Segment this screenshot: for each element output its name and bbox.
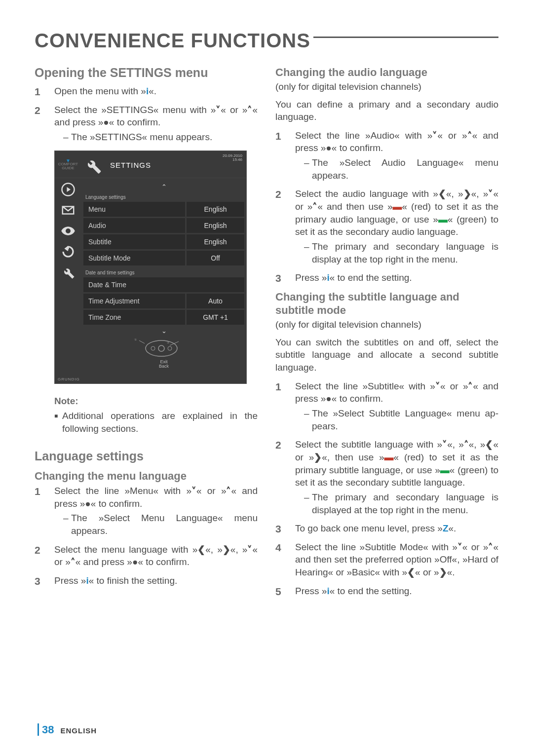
step-item: To go back one menu level, press »Z«. xyxy=(275,522,498,535)
bar-glyph: ▬ xyxy=(384,452,394,462)
step-item: Open the menu with »i«. xyxy=(35,85,258,98)
bar-glyph: ▬ xyxy=(393,201,402,212)
up-glyph: ˄ xyxy=(71,557,76,567)
section-language-settings: Language settings xyxy=(35,449,258,463)
only-for-audio: (only for digital television channels) xyxy=(275,81,498,92)
step-result: The »Select Menu Language« menu appears. xyxy=(63,512,258,537)
tv-setting-value: English xyxy=(185,218,244,233)
right-glyph: ❯ xyxy=(439,567,447,577)
step-item: Select the menu language with »❮«, »❯«, … xyxy=(35,543,258,568)
svg-point-3 xyxy=(158,345,164,351)
tv-setting-row: SubtitleEnglish xyxy=(83,234,244,249)
right-glyph: ❯ xyxy=(314,452,322,462)
audio-lead: You can define a primary and a secondary… xyxy=(275,98,498,123)
tv-setting-row: Time AdjustmentAuto xyxy=(83,294,244,308)
tv-title: SETTINGS xyxy=(110,161,151,169)
tv-setting-key: Date & Time xyxy=(83,277,244,292)
sub-changing-subtitle: Changing the subtitle language and subti… xyxy=(275,290,498,317)
steps-audio: Select the line »Audio« with »˅« or »˄« … xyxy=(275,129,498,284)
up-glyph: ˄ xyxy=(247,105,252,115)
tv-setting-value: GMT +1 xyxy=(185,310,244,325)
down-glyph: ˅ xyxy=(435,381,440,391)
dot-glyph: ● xyxy=(132,557,138,567)
step-result: The »Select Subtitle Language« menu ap­p… xyxy=(304,407,498,432)
tv-setting-value: English xyxy=(185,234,244,249)
wrench-small-icon xyxy=(61,265,76,280)
up-glyph: ˄ xyxy=(468,381,473,391)
svg-point-2 xyxy=(146,340,177,356)
steps-menu-language: Select the line »Menu« with »˅« or »˄« a… xyxy=(35,485,258,587)
step-result: The »SETTINGS« menu appears. xyxy=(63,131,258,144)
tv-setting-row: Time ZoneGMT +1 xyxy=(83,310,244,325)
tv-setting-value: Auto xyxy=(185,294,244,308)
play-circle-icon xyxy=(61,182,76,197)
tv-arrow-up: ⌃ xyxy=(83,182,244,191)
info-glyph: i xyxy=(327,586,329,596)
page-number: 38 xyxy=(38,723,54,736)
down-glyph: ˅ xyxy=(488,189,493,199)
down-glyph: ˅ xyxy=(191,486,196,496)
tv-setting-value: Off xyxy=(185,251,244,265)
tv-nav-hint: ① ② ExitBack xyxy=(83,336,244,376)
tv-group-datetime: Date and time settings xyxy=(83,267,244,277)
left-glyph: ❮ xyxy=(438,189,446,199)
tv-datetime: 20.09.201015:46 xyxy=(223,154,242,163)
step-result: The primary and secondary language is di… xyxy=(304,240,498,265)
step-item: Select the subtitle language with »˅«, »… xyxy=(275,438,498,516)
left-glyph: ❮ xyxy=(197,544,205,555)
note-body: Additional operations are explained in t… xyxy=(35,410,258,435)
tv-setting-key: Subtitle xyxy=(83,234,185,249)
page-footer: 38 ENGLISH xyxy=(38,723,97,736)
info-glyph: i xyxy=(146,86,149,96)
subtitle-lead: You can switch the subtitles on and off,… xyxy=(275,336,498,374)
step-item: Press »i« to end the setting. xyxy=(275,585,498,598)
eye-icon xyxy=(61,224,76,238)
svg-text:②: ② xyxy=(167,341,169,344)
mail-icon xyxy=(61,203,76,218)
bar-glyph: ▬ xyxy=(440,465,450,475)
step-item: Select the line »Subtitle Mode« with »˅«… xyxy=(275,541,498,579)
tv-setting-row: MenuEnglish xyxy=(83,202,244,217)
step-item: Press »i« to finish the setting. xyxy=(35,574,258,587)
step-item: Select the »SETTINGS« menu with »˅« or »… xyxy=(35,104,258,144)
step-item: Select the line »Menu« with »˅« or »˄« a… xyxy=(35,485,258,537)
step-item: Select the line »Subtitle« with »˅« or »… xyxy=(275,380,498,433)
down-glyph: ˅ xyxy=(442,439,447,450)
dot-glyph: ● xyxy=(85,498,90,509)
tv-arrow-down: ⌄ xyxy=(83,326,244,336)
up-glyph: ˄ xyxy=(312,201,317,212)
dot-glyph: ● xyxy=(103,117,109,127)
up-glyph: ˄ xyxy=(226,486,231,496)
left-glyph: ❮ xyxy=(407,567,415,577)
svg-point-1 xyxy=(67,229,70,232)
down-glyph: ˅ xyxy=(216,105,221,115)
step-item: Select the line »Audio« with »˅« or »˄« … xyxy=(275,129,498,182)
note-heading: Note: xyxy=(54,396,258,407)
bar-glyph: ▬ xyxy=(438,214,448,225)
page-lang: ENGLISH xyxy=(61,726,97,735)
dot-glyph: ● xyxy=(326,393,331,404)
tv-setting-value: English xyxy=(185,202,244,217)
tv-screenshot: ▼ COMFORTGUIDE SETTINGS 20.09.201015:46 xyxy=(54,151,247,384)
up-glyph: ˄ xyxy=(464,439,469,450)
tv-group-language: Language settings xyxy=(83,191,244,202)
steps-opening: Open the menu with »i«.Select the »SETTI… xyxy=(35,85,258,144)
tv-brand: GRUNDIG xyxy=(55,377,246,383)
right-glyph: ❯ xyxy=(223,544,230,555)
wrench-icon xyxy=(83,156,102,175)
step-result: The »Select Audio Language« menu appears… xyxy=(304,156,498,182)
svg-point-5 xyxy=(168,346,172,350)
tv-comfort-guide: ▼ COMFORTGUIDE xyxy=(55,151,81,178)
only-for-subtitle: (only for digital television channels) xyxy=(275,319,498,330)
svg-line-6 xyxy=(139,340,145,343)
up-glyph: ˄ xyxy=(488,542,493,552)
tv-setting-key: Menu xyxy=(83,202,185,217)
down-glyph: ˅ xyxy=(432,130,437,141)
tv-setting-row: Subtitle ModeOff xyxy=(83,251,244,265)
step-item: Press »i« to end the setting. xyxy=(275,271,498,284)
steps-subtitle: Select the line »Subtitle« with »˅« or »… xyxy=(275,380,498,598)
info-glyph: i xyxy=(327,272,329,283)
tv-setting-row: AudioEnglish xyxy=(83,218,244,233)
left-glyph: ❮ xyxy=(485,439,493,450)
tv-setting-row: Date & Time xyxy=(83,277,244,292)
